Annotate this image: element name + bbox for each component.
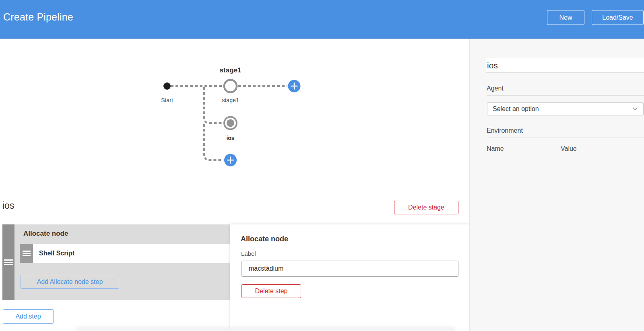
pipeline-editor-app: Create Pipeline New Load/Save <box>0 0 644 331</box>
delete-stage-button[interactable]: Delete stage <box>394 201 458 214</box>
start-node <box>163 82 171 90</box>
stage-properties-sidebar: ios Agent Select an option Environment N… <box>469 39 644 331</box>
ios-node-label: ios <box>226 135 234 141</box>
stage-column-title: stage1 <box>220 66 242 74</box>
agent-select-value: Select an option <box>493 105 632 113</box>
stage-steps-card: Allocate node Shell Script Add Allocate … <box>2 224 230 300</box>
add-allocate-node-step-button[interactable]: Add Allocate node step <box>21 275 119 289</box>
load-save-button[interactable]: Load/Save <box>592 10 644 25</box>
stage-node-ios[interactable] <box>224 117 237 130</box>
label-input[interactable] <box>242 261 458 277</box>
pipeline-graph-svg: stage1 Start stage1 ios <box>0 39 469 190</box>
step-detail-title: Allocate node <box>241 235 288 243</box>
step-row-shell-script[interactable]: Shell Script <box>20 244 230 263</box>
step-group-title: Allocate node <box>23 230 68 238</box>
drag-handle-icon <box>4 259 13 266</box>
step-detail-panel: Allocate node Label Delete step <box>230 224 469 331</box>
delete-step-button[interactable]: Delete step <box>242 284 301 298</box>
chevron-down-icon <box>632 107 638 111</box>
start-node-label: Start <box>161 97 173 103</box>
env-value-header: Value <box>561 145 577 152</box>
drag-handle-icon <box>23 250 31 257</box>
stage-name-value: ios <box>486 61 498 70</box>
agent-select[interactable]: Select an option <box>487 102 644 115</box>
add-stage-button[interactable] <box>288 80 301 93</box>
label-field-caption: Label <box>241 250 256 257</box>
agent-section-label: Agent <box>487 85 644 96</box>
section-divider <box>0 190 469 190</box>
pipeline-graph: stage1 Start stage1 ios <box>0 39 469 190</box>
step-drag-handle[interactable] <box>20 244 33 263</box>
add-parallel-stage-button[interactable] <box>224 154 237 167</box>
stage-node-stage1[interactable] <box>224 80 237 93</box>
bottom-shadow <box>76 327 455 331</box>
steps-list: Allocate node Shell Script Add Allocate … <box>14 224 230 300</box>
environment-section-label: Environment <box>487 127 644 138</box>
stage-drag-handle[interactable] <box>2 224 14 300</box>
stage1-node-label: stage1 <box>222 97 239 103</box>
step-label: Shell Script <box>33 244 230 263</box>
stage-name-field[interactable]: ios <box>486 58 644 73</box>
add-step-button[interactable]: Add step <box>3 309 54 324</box>
page-title: Create Pipeline <box>3 11 73 23</box>
env-name-header: Name <box>487 145 504 152</box>
new-pipeline-button[interactable]: New <box>547 10 584 25</box>
environment-headers: Name Value <box>487 145 644 156</box>
stage-editor-heading: ios <box>2 200 14 211</box>
app-header: Create Pipeline New Load/Save <box>0 0 644 39</box>
